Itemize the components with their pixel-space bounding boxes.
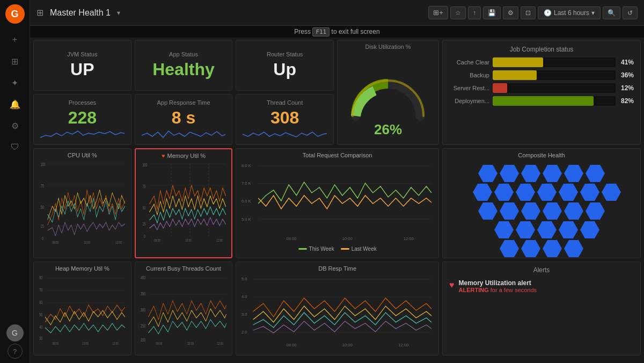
svg-text:250: 250: [141, 323, 145, 329]
sidebar-item-alerts[interactable]: 🔔: [4, 95, 26, 114]
svg-text:50: 50: [142, 205, 145, 210]
appres-sparkline: [142, 128, 226, 140]
composite-title: Composite Health: [518, 152, 565, 158]
svg-text:6.0 K: 6.0 K: [241, 199, 251, 204]
sidebar-item-settings[interactable]: ⚙: [4, 116, 26, 135]
job-pct: 12%: [621, 84, 634, 92]
dbresp-svg: 5.0 4.0 3.0 2.0 08:00 10:00 12:00: [240, 274, 434, 349]
hex-cell: [580, 184, 599, 201]
app-value: Healthy: [152, 60, 215, 79]
tv-button[interactable]: ⊡: [521, 6, 536, 19]
busy-threads-chart: Current Busy Threads Count 400 350 300 2…: [135, 262, 233, 355]
svg-text:200: 200: [141, 337, 145, 343]
hex-row: [478, 165, 605, 182]
job-bar-bg: [493, 96, 616, 106]
sidebar-bottom: G ?: [6, 324, 24, 359]
sidebar-item-help[interactable]: ?: [8, 344, 23, 359]
sidebar-item-dashboard[interactable]: ⊞: [4, 52, 26, 71]
svg-text:12:00: 12:00: [216, 238, 223, 243]
app-status-card: App Status Healthy: [135, 40, 233, 91]
svg-text:40: 40: [39, 324, 42, 330]
zoom-out-button[interactable]: 🔍: [603, 6, 620, 19]
last-week-dot: [341, 248, 349, 250]
alert-duration: for a few seconds: [491, 287, 537, 293]
job-title: Job Completion status: [449, 46, 634, 53]
hex-cell: [500, 240, 519, 257]
hex-cell: [521, 165, 540, 182]
memory-util-chart: ♥ Memory Util % 100 75 50 25 0: [135, 148, 233, 258]
hex-cell: [543, 165, 562, 182]
proc-spark-svg: [40, 128, 125, 140]
hex-cell: [478, 165, 497, 182]
hex-cell: [473, 184, 492, 201]
save-button[interactable]: 💾: [483, 6, 501, 19]
add-panel-button[interactable]: ⊞+: [428, 6, 448, 19]
svg-text:10:00: 10:00: [185, 238, 192, 243]
svg-text:08:00: 08:00: [52, 341, 58, 346]
sidebar-logo: G: [5, 4, 25, 24]
refresh-button[interactable]: ↺: [623, 6, 638, 19]
sidebar-item-shield[interactable]: 🛡: [4, 137, 26, 157]
sidebar-item-explore[interactable]: ✦: [4, 73, 26, 92]
hex-cell: [500, 165, 519, 182]
dbresp-title: DB Resp Time: [240, 265, 434, 272]
hex-cell: [586, 202, 605, 220]
svg-text:350: 350: [141, 291, 145, 296]
topbar-title: Master Health 1: [50, 8, 111, 18]
svg-text:5.0: 5.0: [241, 277, 247, 281]
svg-text:400: 400: [141, 274, 145, 280]
alerting-label: ALERTING: [459, 287, 489, 293]
total-request-svg: 8.0 K 7.0 K 6.0 K 5.0 K 08:00 10:00 12:0…: [240, 161, 434, 244]
total-request-legend: This Week Last Week: [240, 246, 434, 252]
alert-subtitle: ALERTING for a few seconds: [459, 287, 537, 293]
appres-value: 8 s: [172, 108, 195, 128]
dashboard-grid: JVM Status UP App Status Healthy Router …: [30, 37, 644, 363]
svg-text:5.0 K: 5.0 K: [241, 217, 251, 222]
svg-text:08:00: 08:00: [156, 341, 162, 346]
hex-cell: [564, 202, 583, 220]
time-label: Last 6 hours: [554, 9, 589, 17]
hex-cell: [580, 221, 599, 238]
svg-text:300: 300: [141, 307, 145, 313]
svg-text:25: 25: [142, 221, 145, 227]
svg-text:12:00: 12:00: [217, 341, 223, 346]
jvm-value: UP: [70, 60, 94, 79]
svg-text:3.0: 3.0: [241, 312, 247, 317]
disk-value: 26%: [374, 121, 402, 138]
legend-this-week: This Week: [298, 246, 334, 252]
hex-cell: [494, 221, 514, 238]
job-bar: [493, 70, 537, 80]
svg-text:50: 50: [41, 204, 44, 210]
job-row: Cache Clear 41%: [449, 57, 634, 67]
this-week-dot: [298, 248, 307, 250]
svg-text:50: 50: [39, 311, 42, 317]
share-button[interactable]: ↑: [468, 6, 481, 19]
hex-row: [494, 221, 599, 238]
svg-text:08:00: 08:00: [287, 236, 297, 241]
svg-text:30: 30: [39, 335, 42, 341]
time-picker[interactable]: 🕐 Last 6 hours ▾: [538, 6, 601, 19]
settings-button[interactable]: ⚙: [503, 6, 518, 19]
svg-text:10:00: 10:00: [187, 341, 194, 346]
jvm-status-card: JVM Status UP: [33, 40, 131, 91]
clock-icon: 🕐: [544, 9, 552, 17]
hex-cell: [516, 184, 535, 201]
svg-text:75: 75: [41, 183, 44, 188]
hex-cell: [543, 202, 562, 220]
hex-row: [478, 202, 605, 220]
hex-cell: [521, 240, 540, 257]
processes-card: Processes 228: [33, 94, 131, 145]
jvm-title: JVM Status: [67, 51, 97, 57]
hex-cell: [500, 202, 519, 220]
alerts-card: Alerts ♥ Memory Utilization alert ALERTI…: [442, 262, 641, 355]
sidebar-item-add[interactable]: +: [4, 30, 26, 49]
proc-sparkline: [40, 128, 125, 140]
job-bar: [493, 96, 594, 106]
sidebar-avatar[interactable]: G: [6, 324, 24, 342]
hex-cell: [559, 221, 578, 238]
db-resp-chart: DB Resp Time 5.0 4.0 3.0 2.0 08:00 10:00…: [236, 262, 439, 355]
topbar-caret[interactable]: ▾: [117, 9, 120, 17]
total-request-title: Total Request Comparison: [240, 152, 434, 158]
star-button[interactable]: ☆: [450, 6, 466, 19]
job-label: Server Rest...: [449, 85, 489, 91]
